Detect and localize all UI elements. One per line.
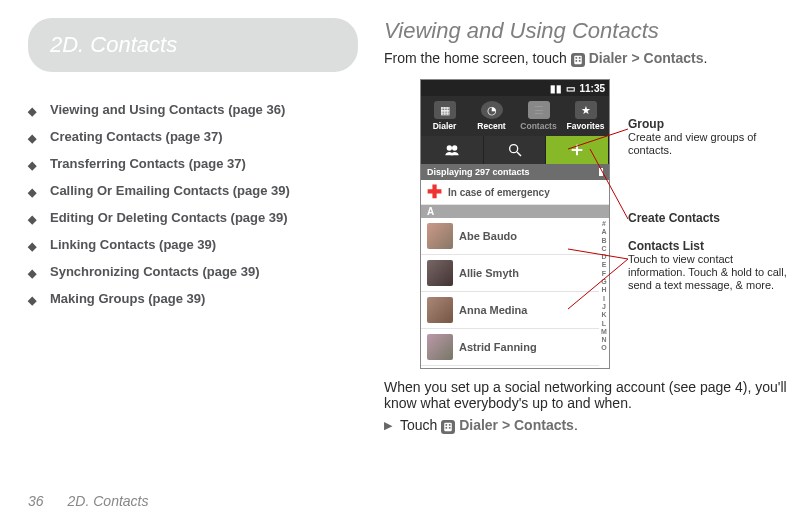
svg-rect-18 — [446, 427, 448, 429]
contact-name: Anna Medina — [459, 304, 527, 316]
index-char[interactable]: N — [601, 336, 606, 344]
tab-favorites[interactable]: ★ Favorites — [562, 96, 609, 136]
index-char[interactable]: C — [601, 245, 606, 253]
dialer-icon — [571, 53, 585, 67]
signal-icon: ▮▮ — [550, 83, 562, 94]
footer-title: 2D. Contacts — [68, 493, 149, 509]
bullet-icon: ◆ — [28, 129, 36, 147]
contact-name: Astrid Fanning — [459, 341, 537, 353]
battery-icon: ▭ — [566, 83, 575, 94]
contact-row[interactable]: Abe Baudo — [421, 218, 599, 255]
svg-rect-17 — [449, 424, 451, 426]
outro-step: ▶ Touch Dialer > Contacts. — [384, 417, 790, 434]
search-button[interactable] — [484, 136, 547, 164]
index-char[interactable]: O — [601, 344, 606, 352]
avatar — [427, 297, 453, 323]
avatar — [427, 334, 453, 360]
index-char[interactable]: M — [601, 328, 607, 336]
index-char[interactable]: K — [601, 311, 606, 319]
index-char[interactable]: L — [602, 320, 606, 328]
toc-item[interactable]: Synchronizing Contacts (page 39) — [50, 264, 259, 279]
toc-item[interactable]: Transferring Contacts (page 37) — [50, 156, 246, 171]
contacts-tab-icon: ☰ — [528, 101, 550, 119]
device-screenshot: ▮▮ ▭ 11:35 ▦ Dialer ◔ Recent ☰ Cont — [420, 79, 610, 369]
index-char[interactable]: B — [601, 237, 606, 245]
intro-path: Dialer > Contacts — [589, 50, 704, 66]
contact-row[interactable]: Anna Medina — [421, 292, 599, 329]
tab-dialer[interactable]: ▦ Dialer — [421, 96, 468, 136]
svg-rect-16 — [446, 424, 448, 426]
index-char[interactable]: I — [603, 295, 605, 303]
svg-rect-3 — [575, 60, 577, 62]
emergency-label: In case of emergency — [448, 187, 550, 198]
contact-name: Allie Smyth — [459, 267, 519, 279]
index-char[interactable]: J — [602, 303, 606, 311]
intro-part-c: . — [703, 50, 707, 66]
status-bar: ▮▮ ▭ 11:35 — [421, 80, 609, 96]
alpha-index-bar[interactable]: # A B C D E F G H I J K L M N — [599, 218, 609, 366]
callout-create: Create Contacts — [628, 211, 720, 225]
callouts-panel: Group Create and view groups of contacts… — [620, 79, 790, 369]
svg-point-7 — [509, 145, 517, 153]
alpha-section-header: A — [421, 205, 609, 218]
scrollbar-icon[interactable] — [599, 168, 603, 176]
index-char[interactable]: A — [601, 228, 606, 236]
index-char[interactable]: D — [601, 253, 606, 261]
avatar — [427, 223, 453, 249]
index-char[interactable]: F — [602, 270, 606, 278]
table-of-contents: ◆Viewing and Using Contacts (page 36) ◆C… — [28, 102, 358, 309]
callout-list: Contacts List Touch to view contact info… — [628, 239, 790, 292]
svg-point-5 — [446, 145, 451, 150]
index-char[interactable]: H — [601, 286, 606, 294]
callout-group: Group Create and view groups of contacts… — [628, 117, 790, 157]
contact-row[interactable]: Allie Smyth — [421, 255, 599, 292]
toc-item[interactable]: Editing Or Deleting Contacts (page 39) — [50, 210, 288, 225]
tab-contacts[interactable]: ☰ Contacts — [515, 96, 562, 136]
tab-contacts-label: Contacts — [520, 121, 556, 131]
toc-item[interactable]: Linking Contacts (page 39) — [50, 237, 216, 252]
contact-row[interactable]: Astrid Fanning — [421, 329, 599, 366]
dialer-icon — [441, 420, 455, 434]
outro2-c: . — [574, 417, 578, 433]
avatar — [427, 260, 453, 286]
tab-recent-label: Recent — [477, 121, 505, 131]
svg-rect-15 — [445, 423, 453, 431]
favorites-tab-icon: ★ — [575, 101, 597, 119]
bullet-icon: ◆ — [28, 210, 36, 228]
callout-group-title: Group — [628, 117, 790, 131]
tab-recent[interactable]: ◔ Recent — [468, 96, 515, 136]
index-char[interactable]: # — [602, 220, 606, 228]
outro2-path: Dialer > Contacts — [459, 417, 574, 433]
bullet-icon: ◆ — [28, 102, 36, 120]
add-contact-button[interactable] — [546, 136, 609, 164]
bullet-icon: ◆ — [28, 156, 36, 174]
toc-item[interactable]: Creating Contacts (page 37) — [50, 129, 223, 144]
toc-item[interactable]: Viewing and Using Contacts (page 36) — [50, 102, 285, 117]
toc-item[interactable]: Calling Or Emailing Contacts (page 39) — [50, 183, 290, 198]
bullet-icon: ◆ — [28, 264, 36, 282]
bullet-icon: ◆ — [28, 237, 36, 255]
index-char[interactable]: G — [601, 278, 606, 286]
emergency-row[interactable]: ✚ In case of emergency — [421, 180, 609, 205]
svg-rect-1 — [575, 57, 577, 59]
contacts-list: Abe Baudo Allie Smyth Anna Medina A — [421, 218, 599, 366]
svg-rect-19 — [449, 427, 451, 429]
page-number: 36 — [28, 493, 44, 509]
index-char[interactable]: E — [602, 261, 607, 269]
svg-rect-0 — [574, 56, 582, 64]
contact-count-label: Displaying 297 contacts — [427, 167, 530, 177]
callout-create-title: Create Contacts — [628, 211, 720, 225]
callout-group-desc: Create and view groups of contacts. — [628, 131, 790, 157]
group-button[interactable] — [421, 136, 484, 164]
tabs-row: ▦ Dialer ◔ Recent ☰ Contacts ★ Favorites — [421, 96, 609, 136]
callout-list-title: Contacts List — [628, 239, 790, 253]
intro-part-a: From the home screen, touch — [384, 50, 571, 66]
page-footer: 36 2D. Contacts — [28, 493, 149, 509]
svg-point-6 — [452, 145, 457, 150]
tab-dialer-label: Dialer — [433, 121, 457, 131]
outro-text: When you set up a social networking acco… — [384, 379, 790, 411]
contact-count-bar: Displaying 297 contacts — [421, 164, 609, 180]
chapter-chip: 2D. Contacts — [28, 18, 358, 72]
clock-label: 11:35 — [579, 83, 605, 94]
toc-item[interactable]: Making Groups (page 39) — [50, 291, 205, 306]
